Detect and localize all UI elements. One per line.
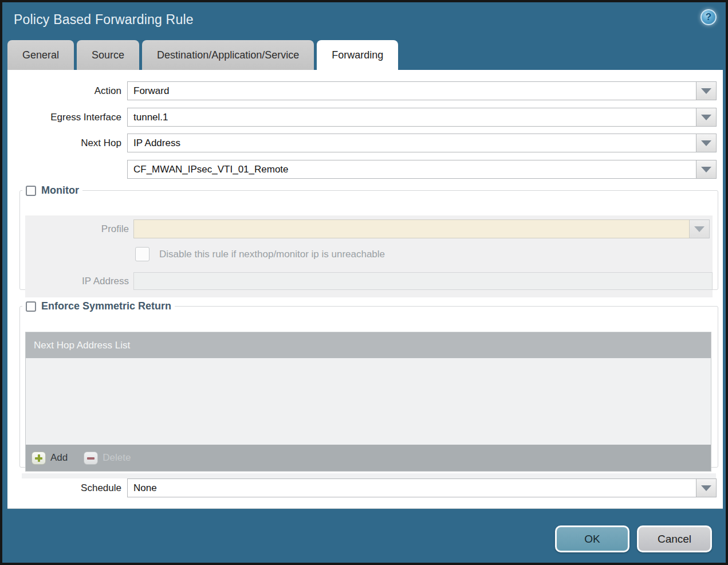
delete-icon [84,452,98,465]
next-hop-address-list-body[interactable] [26,358,711,445]
action-combobox[interactable]: Forward [127,81,717,100]
profile-combobox [133,219,710,238]
profile-label: Profile [25,219,129,238]
schedule-dropdown-button[interactable] [696,478,717,497]
next-hop-type-combobox[interactable]: IP Address [127,134,717,152]
schedule-combobox[interactable]: None [127,478,717,497]
tab-forwarding[interactable]: Forwarding [317,40,398,70]
action-label: Action [7,81,121,100]
monitor-group: Monitor Profile Disable this rule if nex… [19,185,718,290]
add-button[interactable]: Add [32,452,68,465]
tab-general[interactable]: General [7,40,74,70]
tab-destination-application-service[interactable]: Destination/Application/Service [142,40,314,70]
next-hop-address-list-toolbar: Add Delete [26,445,711,471]
monitor-checkbox[interactable] [26,186,36,196]
disable-rule-label: Disable this rule if nexthop/monitor ip … [159,247,385,262]
next-hop-address-list-header-label: Next Hop Address List [34,340,130,351]
enforce-symmetric-return-group: Enforce Symmetric Return Next Hop Addres… [19,300,718,468]
chevron-down-icon [701,88,711,94]
monitor-legend: Monitor [22,185,82,197]
title-bar: Policy Based Forwarding Rule ? [2,2,726,39]
enforce-symmetric-return-legend-label: Enforce Symmetric Return [41,300,171,312]
next-hop-address-dropdown-button[interactable] [696,160,717,179]
dialog-title: Policy Based Forwarding Rule [14,12,194,28]
ok-button[interactable]: OK [555,525,629,552]
chevron-down-icon [701,167,711,172]
tab-bar: General Source Destination/Application/S… [7,40,398,70]
delete-button[interactable]: Delete [84,452,131,465]
schedule-value[interactable]: None [127,478,696,497]
action-dropdown-button[interactable] [696,81,717,100]
forwarding-tab-panel: Action Forward Egress Interface tunnel.1… [7,70,723,509]
chevron-down-icon [701,115,711,120]
profile-value [133,219,690,238]
next-hop-address-value[interactable]: CF_MWAN_IPsec_VTI_01_Remote [127,160,696,179]
next-hop-address-list-header: Next Hop Address List [26,332,711,358]
monitor-legend-label: Monitor [41,185,79,197]
egress-interface-dropdown-button[interactable] [696,108,717,127]
dialog-window: Policy Based Forwarding Rule ? General S… [0,0,728,565]
monitor-panel: Profile Disable this rule if nexthop/mon… [25,215,713,297]
monitor-ip-address-label: IP Address [25,272,129,291]
next-hop-label: Next Hop [7,134,121,152]
tab-source[interactable]: Source [77,40,139,70]
next-hop-type-dropdown-button[interactable] [696,134,717,152]
next-hop-address-combobox[interactable]: CF_MWAN_IPsec_VTI_01_Remote [127,160,717,179]
enforce-symmetric-return-legend: Enforce Symmetric Return [22,300,175,312]
next-hop-address-list-table: Next Hop Address List Add Delete [25,332,711,472]
delete-button-label: Delete [103,452,131,464]
egress-interface-label: Egress Interface [7,108,121,127]
chevron-down-icon [701,140,711,146]
add-button-label: Add [50,452,68,464]
cancel-button[interactable]: Cancel [637,525,712,552]
action-value[interactable]: Forward [127,81,696,100]
add-icon [32,452,46,465]
schedule-label: Schedule [7,478,121,497]
help-glyph: ? [706,11,711,23]
enforce-symmetric-return-checkbox[interactable] [26,301,36,312]
egress-interface-combobox[interactable]: tunnel.1 [127,108,717,127]
list-bottom-strip [22,473,716,478]
monitor-ip-address-input [133,272,713,290]
disable-rule-checkbox [135,247,149,261]
chevron-down-icon [701,485,711,491]
next-hop-type-value[interactable]: IP Address [127,134,696,152]
egress-interface-value[interactable]: tunnel.1 [127,108,696,127]
profile-dropdown-button [690,219,710,238]
help-icon[interactable]: ? [701,9,717,25]
chevron-down-icon [694,226,705,232]
